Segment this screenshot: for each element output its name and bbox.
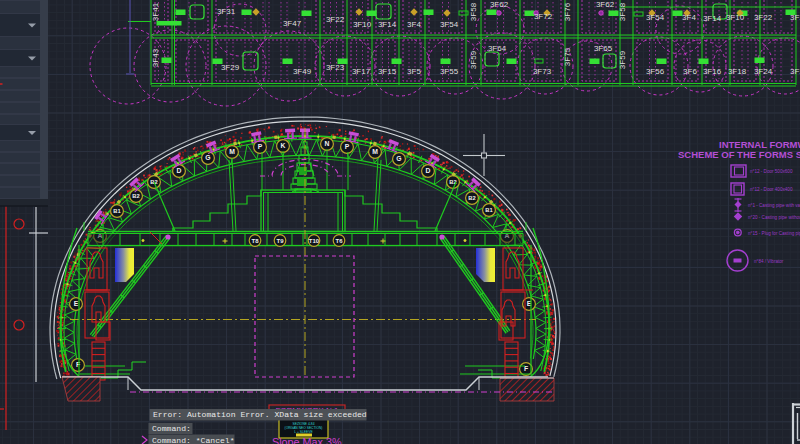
svg-text:3F55: 3F55	[440, 67, 459, 76]
svg-text:3F43: 3F43	[151, 48, 160, 67]
svg-text:3F62: 3F62	[596, 0, 615, 9]
svg-text:Command: *Cancel*: Command: *Cancel*	[152, 436, 235, 444]
svg-text:3F58: 3F58	[469, 2, 478, 21]
svg-text:D: D	[177, 167, 182, 174]
svg-text:n°20 - Casting pipe without va: n°20 - Casting pipe without valve	[748, 215, 800, 220]
svg-text:n°15 - Plug for Casting pipe: n°15 - Plug for Casting pipe	[748, 231, 800, 236]
svg-text:3F2: 3F2	[790, 13, 800, 22]
svg-text:L + SLEEVE: L + SLEEVE	[294, 430, 313, 434]
svg-text:3F5: 3F5	[407, 67, 421, 76]
svg-text:3F15: 3F15	[378, 67, 397, 76]
svg-text:3F58: 3F58	[618, 2, 627, 21]
svg-text:3F56: 3F56	[646, 67, 665, 76]
svg-text:3F54: 3F54	[440, 20, 459, 29]
svg-text:3F14: 3F14	[378, 20, 397, 29]
svg-text:Command:: Command:	[152, 424, 191, 433]
svg-text:3F4: 3F4	[682, 13, 696, 22]
svg-text:T6: T6	[335, 238, 343, 244]
svg-text:3F49: 3F49	[293, 67, 312, 76]
svg-text:3F59: 3F59	[618, 50, 627, 69]
svg-text:3F16: 3F16	[703, 67, 722, 76]
svg-text:B2: B2	[132, 193, 139, 199]
svg-text:3F24: 3F24	[754, 67, 773, 76]
svg-text:Error: Automation Error. XData: Error: Automation Error. XData size exce…	[153, 410, 367, 419]
svg-text:3F47: 3F47	[283, 19, 302, 28]
svg-text:3F54: 3F54	[646, 13, 665, 22]
svg-text:K: K	[281, 142, 286, 149]
svg-text:3F18: 3F18	[728, 67, 747, 76]
svg-text:3F14: 3F14	[703, 14, 722, 23]
svg-text:3F31: 3F31	[217, 7, 236, 16]
svg-text:3F62: 3F62	[490, 0, 509, 9]
svg-text:3F29: 3F29	[221, 63, 240, 72]
svg-text:3F41: 3F41	[151, 2, 160, 21]
svg-text:3F6: 3F6	[683, 67, 697, 76]
svg-text:3F10: 3F10	[726, 13, 745, 22]
svg-text:3F17: 3F17	[352, 67, 371, 76]
svg-text:3F65: 3F65	[594, 44, 613, 53]
svg-text:n°1 - Casting pipe with valve: n°1 - Casting pipe with valve	[748, 203, 800, 208]
svg-text:E: E	[74, 300, 79, 307]
svg-text:D: D	[426, 167, 431, 174]
svg-text:Slope Max 3%: Slope Max 3%	[272, 436, 342, 444]
svg-text:T9: T9	[276, 238, 284, 244]
svg-text:n°84 / Vibrator: n°84 / Vibrator	[754, 259, 784, 264]
svg-text:M: M	[229, 148, 235, 155]
svg-text:B2: B2	[468, 195, 475, 201]
svg-text:SEZIONE 4-84: SEZIONE 4-84	[293, 422, 315, 426]
svg-text:P: P	[258, 143, 263, 150]
svg-text:T8: T8	[251, 238, 259, 244]
svg-text:3F72: 3F72	[534, 12, 553, 21]
svg-text:3F59: 3F59	[469, 50, 478, 69]
svg-text:3F64: 3F64	[488, 44, 507, 53]
svg-text:B1: B1	[485, 207, 493, 213]
svg-text:M: M	[372, 148, 378, 155]
svg-text:N: N	[325, 140, 330, 147]
svg-text:3F75: 3F75	[563, 47, 572, 66]
svg-text:3F22: 3F22	[754, 13, 773, 22]
svg-text:3F73: 3F73	[533, 67, 552, 76]
svg-text:n°12 - Door 500x600: n°12 - Door 500x600	[750, 169, 793, 174]
svg-text:3F2: 3F2	[790, 67, 800, 76]
svg-text:G: G	[205, 154, 210, 161]
svg-text:G: G	[396, 155, 401, 162]
svg-text:T10: T10	[309, 238, 320, 244]
svg-text:n°12 - Door 400x400: n°12 - Door 400x400	[750, 187, 793, 192]
svg-text:P: P	[345, 143, 350, 150]
svg-text:3F76: 3F76	[563, 2, 572, 21]
svg-text:3F4: 3F4	[407, 20, 421, 29]
svg-text:3F22: 3F22	[326, 15, 345, 24]
svg-text:SCHEME OF THE FORMS SEE FROM I: SCHEME OF THE FORMS SEE FROM INSIDE	[678, 149, 800, 160]
svg-text:3F23: 3F23	[326, 63, 345, 72]
svg-text:3F10: 3F10	[353, 20, 372, 29]
svg-text:B1: B1	[113, 208, 121, 214]
